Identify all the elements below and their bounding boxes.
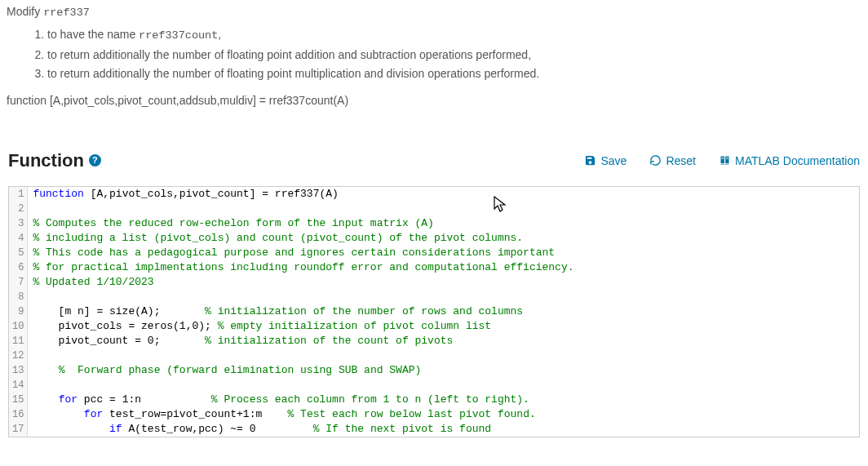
code-content[interactable]: [28, 348, 859, 363]
code-content[interactable]: % for practical implmentations including…: [28, 260, 859, 275]
toolbar: Save Reset MATLAB Documentation: [584, 154, 860, 167]
code-content[interactable]: for test_row=pivot_count+1:m % Test each…: [28, 407, 859, 422]
modify-prefix: Modify: [7, 5, 43, 18]
code-content[interactable]: function [A,pivot_cols,pivot_count] = rr…: [28, 187, 859, 202]
line-number: 17: [9, 422, 28, 437]
list-item: to return additionally the number of flo…: [47, 47, 861, 64]
code-line[interactable]: 3% Computes the reduced row-echelon form…: [9, 216, 859, 231]
line-number: 1: [9, 187, 28, 202]
code-content[interactable]: [28, 202, 859, 216]
code-line[interactable]: 4% including a list (pivot_cols) and cou…: [9, 231, 859, 246]
list-item: to have the name rref337count,: [47, 26, 861, 44]
code-line[interactable]: 13 % Forward phase (forward elimination …: [9, 363, 859, 378]
line-number: 5: [9, 246, 28, 260]
line-number: 11: [9, 334, 28, 348]
line-number: 15: [9, 393, 28, 407]
line-number: 3: [9, 216, 28, 231]
svg-rect-0: [721, 158, 724, 158]
code-line[interactable]: 7% Updated 1/10/2023: [9, 275, 859, 290]
svg-rect-2: [726, 158, 728, 158]
line-number: 16: [9, 407, 28, 422]
requirements-list: to have the name rref337count, to return…: [47, 26, 861, 82]
code-content[interactable]: pivot_cols = zeros(1,0); % empty initial…: [28, 319, 859, 334]
code-line[interactable]: 8: [9, 290, 859, 304]
code-content[interactable]: % This code has a pedagogical purpose an…: [28, 246, 859, 260]
code-line[interactable]: 11 pivot_count = 0; % initialization of …: [9, 334, 859, 348]
code-content[interactable]: % including a list (pivot_cols) and coun…: [28, 231, 859, 246]
svg-rect-3: [726, 158, 728, 159]
docs-label: MATLAB Documentation: [735, 154, 860, 167]
reset-label: Reset: [666, 154, 696, 167]
code-content[interactable]: % Forward phase (forward elimination usi…: [28, 363, 859, 378]
line-number: 8: [9, 290, 28, 304]
line-number: 9: [9, 304, 28, 319]
save-button[interactable]: Save: [584, 154, 627, 167]
code-content[interactable]: [m n] = size(A); % initialization of the…: [28, 304, 859, 319]
line-number: 7: [9, 275, 28, 290]
reset-icon: [649, 154, 662, 166]
line-number: 2: [9, 202, 28, 216]
line-number: 14: [9, 378, 28, 393]
svg-rect-1: [721, 158, 724, 159]
code-table[interactable]: 1function [A,pivot_cols,pivot_count] = r…: [9, 187, 859, 437]
save-label: Save: [600, 154, 627, 167]
code-line[interactable]: 1function [A,pivot_cols,pivot_count] = r…: [9, 187, 859, 202]
help-icon[interactable]: ?: [89, 154, 101, 166]
book-icon: [719, 154, 731, 166]
section-title-text: Function: [8, 150, 84, 171]
section-title: Function ?: [8, 150, 101, 171]
modify-target: rref337: [43, 7, 90, 19]
line-number: 6: [9, 260, 28, 275]
code-content[interactable]: [28, 378, 859, 393]
code-content[interactable]: [28, 290, 859, 304]
code-line[interactable]: 10 pivot_cols = zeros(1,0); % empty init…: [9, 319, 859, 334]
code-line[interactable]: 5% This code has a pedagogical purpose a…: [9, 246, 859, 260]
code-line[interactable]: 2: [9, 202, 859, 216]
line-number: 13: [9, 363, 28, 378]
reset-button[interactable]: Reset: [649, 154, 696, 167]
list-item: to return additionally the number of flo…: [47, 65, 861, 82]
line-number: 10: [9, 319, 28, 334]
function-signature: function [A,pivot_cols,pivot_count,addsu…: [7, 92, 861, 109]
code-line[interactable]: 12: [9, 348, 859, 363]
code-content[interactable]: for pcc = 1:n % Process each column from…: [28, 393, 859, 407]
code-line[interactable]: 14: [9, 378, 859, 393]
code-line[interactable]: 9 [m n] = size(A); % initialization of t…: [9, 304, 859, 319]
line-number: 4: [9, 231, 28, 246]
code-line[interactable]: 6% for practical implmentations includin…: [9, 260, 859, 275]
code-line[interactable]: 16 for test_row=pivot_count+1:m % Test e…: [9, 407, 859, 422]
code-content[interactable]: pivot_count = 0; % initialization of the…: [28, 334, 859, 348]
code-content[interactable]: % Computes the reduced row-echelon form …: [28, 216, 859, 231]
code-content[interactable]: if A(test_row,pcc) ~= 0 % If the next pi…: [28, 422, 859, 437]
section-header: Function ? Save Reset MATLAB Documentati…: [0, 150, 868, 171]
docs-link[interactable]: MATLAB Documentation: [719, 154, 860, 167]
problem-statement: Modify rref337 to have the name rref337c…: [0, 0, 868, 109]
code-line[interactable]: 15 for pcc = 1:n % Process each column f…: [9, 393, 859, 407]
code-line[interactable]: 17 if A(test_row,pcc) ~= 0 % If the next…: [9, 422, 859, 437]
save-icon: [584, 154, 596, 166]
line-number: 12: [9, 348, 28, 363]
modify-line: Modify rref337: [7, 3, 861, 21]
code-editor[interactable]: 1function [A,pivot_cols,pivot_count] = r…: [8, 186, 860, 437]
code-content[interactable]: % Updated 1/10/2023: [28, 275, 859, 290]
